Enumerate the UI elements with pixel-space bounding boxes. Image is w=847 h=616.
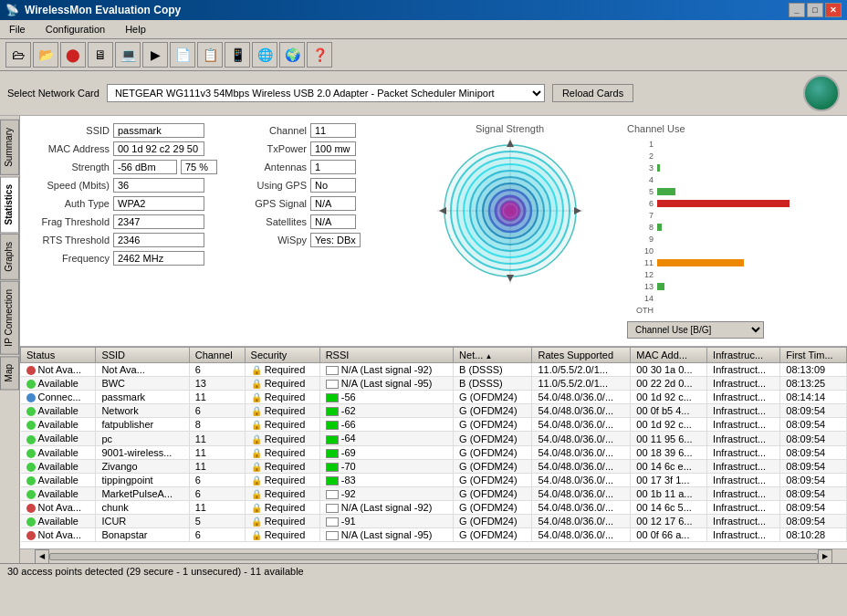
table-row[interactable]: Available BWC 13 🔒 Required N/A (Last si… [21, 377, 847, 391]
lock-icon: 🔒 [251, 503, 262, 513]
toolbar-btn-help[interactable]: ❓ [307, 42, 332, 68]
horizontal-scrollbar[interactable]: ◀ ▶ [20, 548, 847, 563]
toolbar-btn-net2[interactable]: 💻 [115, 42, 141, 68]
status-dot [26, 463, 36, 472]
window-title: WirelessMon Evaluation Copy [25, 4, 181, 16]
table-row[interactable]: Available fatpublisher 8 🔒 Required -66 … [21, 418, 847, 432]
table-row[interactable]: Available MarketPulseA... 6 🔒 Required -… [21, 486, 847, 500]
cell-mac: 00 0f 66 a... [631, 528, 707, 542]
network-card-select[interactable]: NETGEAR WG111v3 54Mbps Wireless USB 2.0 … [107, 84, 545, 102]
channel-use-dropdown[interactable]: Channel Use [B/G]Channel Use [A]Channel … [627, 321, 764, 339]
cell-mac: 00 22 2d 0... [631, 377, 707, 391]
toolbar-btn-doc2[interactable]: 📋 [197, 42, 223, 68]
table-row[interactable]: Available Zivango 11 🔒 Required -70 G (O… [21, 459, 847, 473]
tab-statistics[interactable]: Statistics [0, 176, 19, 233]
col-net[interactable]: Net... [454, 348, 532, 363]
cell-channel: 11 [189, 459, 245, 473]
cell-channel: 6 [189, 486, 245, 500]
table-row[interactable]: Not Ava... Bonapstar 6 🔒 Required N/A (L… [21, 528, 847, 542]
toolbar-btn-open[interactable]: 📂 [33, 42, 58, 68]
toolbar-btn-globe2[interactable]: 🌍 [279, 42, 305, 68]
strength-pct: 75 % [181, 160, 217, 174]
table-row[interactable]: Available ICUR 5 🔒 Required -91 G (OFDM2… [21, 515, 847, 528]
cell-rates: 54.0/48.0/36.0/... [532, 459, 631, 473]
lock-icon: 🔒 [251, 475, 262, 485]
toolbar-btn-net1[interactable]: 🖥 [88, 42, 113, 68]
tab-map[interactable]: Map [0, 356, 19, 390]
cell-mac: 00 0f b5 4... [631, 404, 707, 418]
cell-rates: 11.0/5.5/2.0/1... [532, 377, 631, 391]
table-row[interactable]: Available pc 11 🔒 Required -64 G (OFDM24… [21, 432, 847, 445]
menu-configuration[interactable]: Configuration [40, 22, 110, 37]
cell-infra: Infrastruct... [707, 404, 780, 418]
reload-cards-button[interactable]: Reload Cards [552, 84, 633, 102]
rssi-bar-filled [326, 476, 339, 485]
col-status[interactable]: Status [21, 348, 96, 363]
menu-help[interactable]: Help [120, 22, 152, 37]
cell-rssi: -70 [319, 459, 453, 473]
cell-rssi: -62 [319, 404, 453, 418]
col-mac[interactable]: MAC Add... [631, 348, 707, 363]
cell-rates: 54.0/48.0/36.0/... [532, 486, 631, 500]
table-header-row: Status SSID Channel Security RSSI Net...… [21, 348, 847, 363]
table-row[interactable]: Connec... passmark 11 🔒 Required -56 G (… [21, 391, 847, 404]
table-row[interactable]: Available Network 6 🔒 Required -62 G (OF… [21, 404, 847, 418]
channel-label: 13 [631, 282, 654, 291]
table-row[interactable]: Not Ava... chunk 11 🔒 Required N/A (Last… [21, 500, 847, 514]
toolbar-btn-play[interactable]: ▶ [142, 42, 168, 68]
channel-bar-row: 14 [631, 292, 836, 304]
cell-ssid: pc [96, 432, 189, 445]
channel-use-area: Channel Use 1 2 3 4 5 6 [627, 123, 840, 339]
cell-mac: 00 12 17 6... [631, 515, 707, 528]
scroll-right-btn[interactable]: ▶ [818, 549, 832, 564]
cell-infra: Infrastruct... [707, 377, 780, 391]
cell-ssid: MarketPulseA... [96, 486, 189, 500]
col-ssid[interactable]: SSID [96, 348, 189, 363]
cell-mac: 00 1d 92 c... [631, 418, 707, 432]
table-row[interactable]: Not Ava... Not Ava... 6 🔒 Required N/A (… [21, 363, 847, 377]
cell-rssi: -69 [319, 445, 453, 459]
maximize-button[interactable]: □ [807, 3, 823, 17]
col-time[interactable]: First Tim... [780, 348, 847, 363]
cell-rssi: -66 [319, 418, 453, 432]
status-dot [26, 490, 36, 499]
col-rssi[interactable]: RSSI [319, 348, 453, 363]
rssi-bar-empty [326, 490, 339, 499]
toolbar-btn-file[interactable]: 🗁 [5, 42, 31, 68]
cell-ssid: BWC [96, 377, 189, 391]
channel-bar-container [657, 307, 836, 314]
channel-bar-row: 4 [631, 173, 836, 185]
signal-chart-title: Signal Strength [476, 123, 544, 134]
cell-time: 08:14:14 [780, 391, 847, 404]
col-rates[interactable]: Rates Supported [532, 348, 631, 363]
col-security[interactable]: Security [245, 348, 319, 363]
cell-mac: 00 18 39 6... [631, 445, 707, 459]
tab-summary[interactable]: Summary [0, 120, 19, 175]
channel-bar-row: 7 [631, 209, 836, 221]
toolbar-btn-phone[interactable]: 📱 [225, 42, 250, 68]
status-bar: 30 access points detected (29 secure - 1… [0, 563, 847, 579]
col-infra[interactable]: Infrastruc... [707, 348, 780, 363]
tab-ip-connection[interactable]: IP Connection [0, 281, 19, 355]
minimize-button[interactable]: _ [789, 3, 805, 17]
rssi-bar-empty [326, 366, 339, 375]
tab-graphs[interactable]: Graphs [0, 234, 19, 280]
lock-icon: 🔒 [251, 365, 262, 375]
scroll-left-btn[interactable]: ◀ [35, 549, 49, 564]
menu-file[interactable]: File [4, 22, 31, 37]
cell-infra: Infrastruct... [707, 391, 780, 404]
cell-channel: 5 [189, 515, 245, 528]
col-channel[interactable]: Channel [189, 348, 245, 363]
channel-use-title: Channel Use [627, 123, 840, 134]
toolbar-btn-doc1[interactable]: 📄 [170, 42, 195, 68]
table-row[interactable]: Available 9001-wireless... 11 🔒 Required… [21, 445, 847, 459]
gps-value: No [310, 178, 356, 193]
toolbar-btn-record[interactable]: ⬤ [60, 42, 86, 68]
channel-label: 10 [631, 246, 654, 256]
svg-point-23 [501, 202, 519, 220]
toolbar-btn-globe1[interactable]: 🌐 [252, 42, 277, 68]
close-button[interactable]: ✕ [825, 3, 842, 17]
table-row[interactable]: Available tippingpoint 6 🔒 Required -83 … [21, 473, 847, 486]
cell-security: 🔒 Required [245, 445, 319, 459]
table-area[interactable]: Status SSID Channel Security RSSI Net...… [20, 347, 847, 548]
